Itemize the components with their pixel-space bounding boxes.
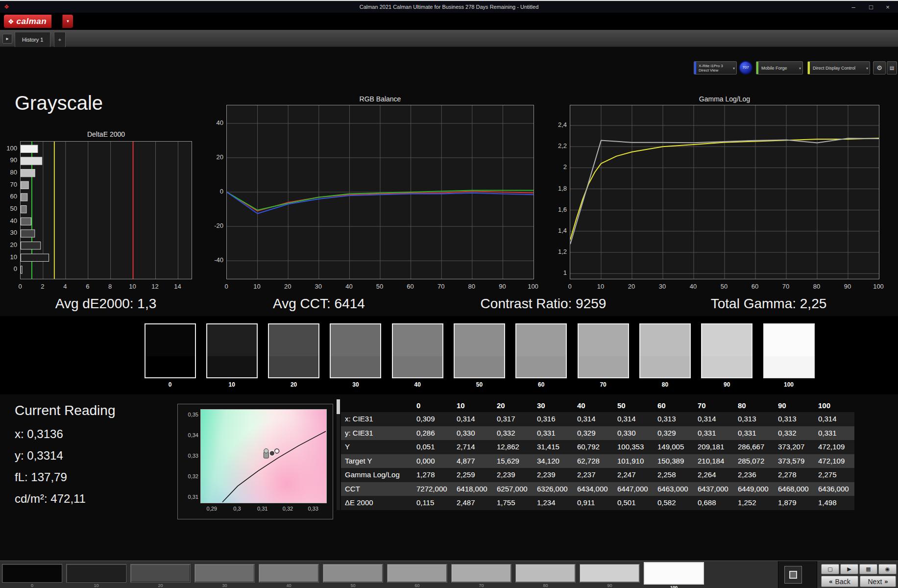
settings-gear-button[interactable]: ⚙ xyxy=(873,61,886,74)
table-cell: 6326,000 xyxy=(533,482,573,496)
table-row-label: Y xyxy=(341,440,413,454)
tab-scroll-button[interactable]: ▸ xyxy=(2,34,12,44)
maximize-button[interactable]: □ xyxy=(864,2,878,12)
patch-level-label: 80 xyxy=(515,583,576,588)
axis-tick-label: 10 xyxy=(253,283,260,290)
grayscale-patch-button[interactable] xyxy=(130,564,191,583)
grayscale-patch-button[interactable] xyxy=(451,564,511,583)
play-button[interactable]: ▶ xyxy=(840,564,858,574)
axis-tick-label: 100 xyxy=(0,145,17,152)
display-status-chip xyxy=(808,62,810,74)
new-tab-button[interactable]: + xyxy=(54,32,66,47)
tab-history-1[interactable]: History 1 xyxy=(15,32,50,47)
swatch-target-half xyxy=(702,356,752,377)
grayscale-swatch xyxy=(206,323,258,378)
grayscale-patch-button[interactable] xyxy=(644,562,704,585)
display-control-button[interactable]: Direct Display Control ▾ xyxy=(807,61,870,74)
table-cell: 15,629 xyxy=(493,454,533,468)
axis-tick-label: 60 xyxy=(0,193,17,200)
table-cell: 0,309 xyxy=(413,412,453,426)
window-title: Calman 2021 Calman Ultimate for Business… xyxy=(0,4,898,10)
axis-tick-label: 0,32 xyxy=(283,506,293,512)
cie-plot-area xyxy=(200,409,327,503)
patch-level-label: 20 xyxy=(130,583,191,588)
rgb-chart-title: RGB Balance xyxy=(226,95,534,103)
calman-menu-arrow[interactable]: ▾ xyxy=(62,15,73,28)
table-cell: 0,332 xyxy=(774,426,814,441)
grayscale-swatch xyxy=(145,323,196,378)
table-scrollbar-thumb[interactable] xyxy=(337,399,340,414)
axis-tick-label: 80 xyxy=(0,169,17,176)
table-cell: 1,278 xyxy=(413,468,453,482)
table-cell: 31,415 xyxy=(533,440,573,454)
grayscale-patch-button[interactable] xyxy=(387,564,447,583)
view-button[interactable]: ◉ xyxy=(878,564,897,574)
axis-tick-label: 90 xyxy=(0,156,17,164)
grayscale-patch-button[interactable] xyxy=(2,564,62,583)
calman-logo-button[interactable]: ❖ calman xyxy=(4,15,51,28)
meter-badge[interactable]: 707 xyxy=(739,61,752,74)
meter-toggle-button[interactable]: ▢ xyxy=(821,564,839,574)
total-gamma-stat: Total Gamma: 2,25 xyxy=(711,296,827,312)
rgb-lines-svg xyxy=(227,105,534,279)
axis-tick-label: 40 xyxy=(345,283,352,290)
avg-cct-stat: Avg CCT: 6414 xyxy=(273,296,365,312)
axis-tick-label: 70 xyxy=(0,181,17,188)
table-cell: 0,314 xyxy=(573,412,613,426)
table-column-header: 20 xyxy=(493,399,533,412)
table-cell: 4,877 xyxy=(453,454,493,468)
grayscale-patch-button[interactable] xyxy=(323,564,383,583)
layout-button[interactable]: ▤ xyxy=(887,61,897,74)
patch-level-label: 0 xyxy=(2,583,62,588)
back-button[interactable]: « Back xyxy=(821,576,858,587)
deltae-chart-title: DeltaE 2000 xyxy=(20,130,192,138)
current-reading-title: Current Reading xyxy=(15,403,115,418)
contrast-ratio-stat: Contrast Ratio: 9259 xyxy=(481,296,607,312)
source-select-button[interactable]: Mobile Forge ▾ xyxy=(756,61,803,74)
table-scrollbar[interactable] xyxy=(337,399,340,510)
axis-tick-label: 100 xyxy=(873,283,884,290)
grayscale-patch-button[interactable] xyxy=(259,564,319,583)
table-cell: 2,264 xyxy=(694,468,734,482)
axis-tick-label: 0,31 xyxy=(179,494,198,500)
grayscale-swatch xyxy=(578,323,629,378)
logo-bar: ❖ calman ▾ xyxy=(0,13,898,30)
table-cell: 149,005 xyxy=(654,440,694,454)
table-cell: 209,181 xyxy=(694,440,734,454)
grayscale-swatch xyxy=(639,323,691,378)
axis-tick-label: 0,34 xyxy=(179,432,198,438)
table-cell: 0,332 xyxy=(493,426,533,441)
table-cell: 6434,000 xyxy=(573,482,613,496)
patch-window-icon xyxy=(789,571,797,579)
grayscale-patch-button[interactable] xyxy=(515,564,576,583)
meter-select-button[interactable]: X-Rite i1Pro 3 Direct View ▾ xyxy=(694,61,737,74)
axis-tick-label: 30 xyxy=(315,283,322,290)
grayscale-patch-button[interactable] xyxy=(66,564,126,583)
table-cell: 2,247 xyxy=(613,468,654,482)
report-button[interactable]: ▦ xyxy=(859,564,877,574)
axis-tick-label: 60 xyxy=(407,283,413,290)
axis-tick-label: 0,33 xyxy=(179,453,198,459)
grayscale-patch-button[interactable] xyxy=(194,564,255,583)
swatch-target-half xyxy=(579,356,628,377)
axis-tick-label: 70 xyxy=(782,283,789,290)
grayscale-swatch xyxy=(392,323,443,378)
swatch-level-label: 10 xyxy=(206,381,258,388)
table-row-label: Target Y xyxy=(341,454,413,468)
meter-name-line2: Direct View xyxy=(699,68,729,73)
grayscale-patch-button[interactable] xyxy=(580,564,640,583)
table-cell: 6437,000 xyxy=(694,482,734,496)
next-button[interactable]: Next » xyxy=(860,576,896,587)
table-cell: 6257,000 xyxy=(493,482,533,496)
patch-window-button[interactable] xyxy=(784,566,802,584)
table-cell: 1,755 xyxy=(493,496,533,510)
axis-tick-label: 6 xyxy=(86,283,89,290)
swatch-actual-half xyxy=(764,324,814,356)
minimize-button[interactable]: – xyxy=(846,2,861,12)
axis-tick-label: 1,6 xyxy=(547,206,567,213)
gear-icon: ⚙ xyxy=(876,64,882,72)
axis-tick-label: 90 xyxy=(844,283,851,290)
tab-bar: ▸ History 1 + X-Rite i1Pro 3 Direct View… xyxy=(0,30,898,47)
table-cell: 0,000 xyxy=(413,454,453,468)
close-button[interactable]: × xyxy=(880,2,895,12)
